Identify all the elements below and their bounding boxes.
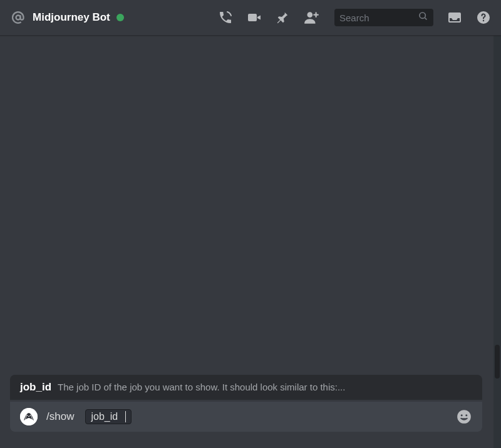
- channel-title: Midjourney Bot: [33, 11, 110, 24]
- pin-icon[interactable]: [276, 11, 289, 24]
- param-capsule[interactable]: job_id: [85, 409, 132, 424]
- at-icon: [10, 9, 26, 26]
- svg-point-2: [307, 12, 313, 18]
- scrollbar-thumb[interactable]: [495, 345, 500, 379]
- inbox-icon[interactable]: [447, 10, 462, 25]
- video-icon[interactable]: [247, 10, 262, 25]
- message-input-bar[interactable]: /show job_id: [10, 402, 482, 432]
- header-bar: Midjourney Bot: [0, 0, 501, 36]
- composer-section: job_id The job ID of the job you want to…: [10, 375, 482, 432]
- help-icon[interactable]: [476, 10, 491, 25]
- param-label: job_id: [91, 411, 118, 422]
- svg-rect-1: [248, 14, 257, 21]
- param-hint-description: The job ID of the job you want to show. …: [58, 382, 345, 392]
- header-left: Midjourney Bot: [10, 9, 218, 26]
- svg-line-4: [425, 18, 426, 19]
- svg-point-3: [420, 13, 425, 18]
- svg-point-9: [461, 414, 463, 416]
- param-hint-label: job_id: [20, 381, 51, 394]
- call-icon[interactable]: [218, 10, 233, 25]
- search-box[interactable]: [334, 9, 433, 26]
- search-input[interactable]: [339, 13, 418, 23]
- status-indicator: [116, 14, 124, 21]
- scrollbar-track[interactable]: [493, 36, 501, 448]
- bot-avatar: [20, 408, 38, 425]
- text-cursor: [125, 411, 126, 422]
- add-friend-icon[interactable]: [303, 9, 319, 26]
- svg-point-6: [483, 20, 484, 21]
- svg-point-10: [465, 414, 467, 416]
- param-hint-bar: job_id The job ID of the job you want to…: [10, 375, 482, 400]
- header-actions: [218, 9, 491, 26]
- svg-point-8: [457, 410, 471, 424]
- emoji-icon[interactable]: [456, 409, 472, 425]
- search-icon: [418, 11, 428, 24]
- command-text: /show: [46, 410, 74, 423]
